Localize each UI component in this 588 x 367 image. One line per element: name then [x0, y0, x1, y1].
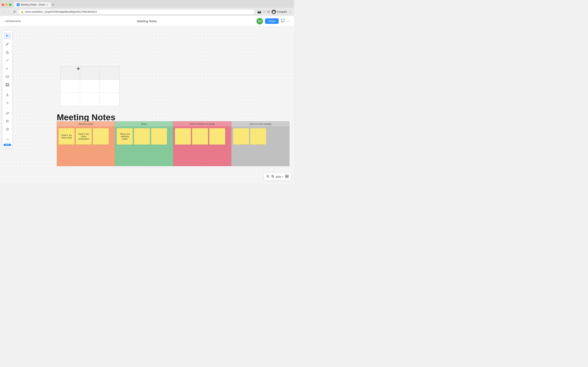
ai-tool-button[interactable]: [4, 99, 11, 107]
achievement-card-3[interactable]: [209, 128, 225, 145]
aims-cards: [232, 127, 289, 166]
svg-rect-18: [287, 175, 288, 176]
table-cell-2-3[interactable]: [100, 92, 119, 106]
frame-tool-button[interactable]: [4, 81, 11, 89]
eraser-tool-button[interactable]: [4, 109, 11, 117]
table-cell-2-2[interactable]: [80, 92, 100, 106]
reload-button[interactable]: ↺: [12, 9, 17, 14]
zoom-percentage: 83%: [276, 175, 281, 178]
left-toolbar: T: [2, 31, 12, 148]
back-to-whiteboards-button[interactable]: ‹ Whiteboards: [4, 19, 21, 23]
svg-point-6: [7, 103, 8, 103]
table-body: [61, 80, 119, 106]
table-cell-1-1[interactable]: [61, 80, 80, 92]
table-cell-2-1[interactable]: [61, 92, 80, 106]
achievement-card-2[interactable]: [192, 128, 208, 145]
browser-actions: 📷 ☆ ⊡ Incognito ⋮: [258, 9, 292, 14]
toolbar-divider-3: [5, 134, 10, 134]
table-row-2: [61, 92, 119, 106]
achievements-section: Did we achieve our goals: [173, 121, 231, 166]
notes-board: Meeting Goals Goal 1: do more work Goal …: [57, 121, 290, 166]
new-badge: NEW: [4, 144, 11, 146]
svg-rect-20: [287, 176, 288, 178]
split-view-icon[interactable]: ⊡: [267, 10, 270, 14]
svg-rect-3: [6, 76, 9, 77]
svg-line-12: [268, 177, 269, 178]
notes-cards: These are meeting notes: [115, 127, 173, 166]
more-tools-button[interactable]: [4, 136, 11, 143]
share-button[interactable]: Share: [265, 18, 279, 24]
text-tool-button[interactable]: T: [4, 65, 11, 72]
note-card-2[interactable]: [134, 128, 150, 145]
svg-rect-4: [6, 83, 9, 86]
minimize-traffic-light[interactable]: [5, 3, 8, 6]
maximize-traffic-light[interactable]: [9, 3, 11, 6]
upload-tool-button[interactable]: [4, 91, 11, 99]
redo-button[interactable]: [4, 125, 11, 133]
table-header-cell-3: [100, 67, 119, 79]
notes-header: Notes: [115, 122, 173, 127]
incognito-button[interactable]: Incognito: [272, 9, 287, 14]
goal-card-3[interactable]: [93, 128, 109, 145]
table-header-row: [61, 67, 119, 80]
comment-button[interactable]: [281, 18, 285, 24]
undo-button[interactable]: [4, 117, 11, 125]
tab-close-button[interactable]: ✕: [46, 3, 48, 6]
table-header-cell-1: [61, 67, 80, 79]
zoom-level-display[interactable]: 83%: [276, 175, 284, 178]
svg-point-8: [7, 139, 8, 140]
table-cell-1-2[interactable]: [80, 80, 100, 92]
note-card-3[interactable]: [151, 128, 167, 145]
browser-chrome: Z Meeting Notes - Zoom ✕ + ‹ › ↺ 🔒 zoom.…: [0, 0, 294, 16]
tab-title: Meeting Notes - Zoom: [21, 3, 45, 6]
app-header: ‹ Whiteboards Meeting Notes DJ Share ···: [0, 16, 294, 26]
back-button[interactable]: ‹: [2, 9, 6, 14]
achievement-card-1[interactable]: [175, 128, 191, 145]
aims-section: Aims for next meeting: [231, 121, 290, 166]
aim-card-1[interactable]: [233, 128, 249, 145]
draw-tool-button[interactable]: [4, 40, 11, 48]
aim-card-2[interactable]: [250, 128, 266, 145]
notes-section: Notes These are meeting notes: [115, 121, 173, 166]
more-options-button[interactable]: ···: [287, 19, 290, 23]
svg-text:T: T: [6, 67, 8, 70]
board-title: Meeting Notes: [57, 113, 115, 122]
lock-icon: 🔒: [21, 11, 24, 13]
line-tool-button[interactable]: [4, 57, 11, 64]
select-tool-button[interactable]: [4, 32, 11, 40]
svg-line-1: [6, 59, 9, 62]
toolbar-divider-2: [5, 108, 10, 108]
shape-tool-button[interactable]: [4, 49, 11, 56]
new-badge-container: NEW: [4, 144, 11, 146]
browser-menu-button[interactable]: ⋮: [288, 10, 292, 14]
zoom-in-button[interactable]: [271, 175, 275, 179]
table-widget[interactable]: [60, 66, 120, 106]
user-avatar[interactable]: DJ: [256, 18, 263, 25]
svg-point-7: [6, 139, 7, 140]
address-bar-row: ‹ › ↺ 🔒 zoom.us/wb/doc/_GzqzfVOSlKu9apId…: [0, 8, 294, 16]
table-cell-1-3[interactable]: [100, 80, 119, 92]
svg-line-16: [273, 177, 274, 178]
note-card-1[interactable]: These are meeting notes: [117, 128, 133, 145]
zoom-out-button[interactable]: [266, 175, 270, 179]
grid-view-button[interactable]: [285, 175, 289, 179]
incognito-label: Incognito: [277, 10, 287, 13]
active-tab[interactable]: Z Meeting Notes - Zoom ✕: [14, 2, 51, 7]
incognito-avatar: [272, 9, 276, 14]
url-text: zoom.us/wb/doc/_GzqzfVOSlKu9apIdkkuMQ/p/…: [25, 10, 97, 13]
meeting-goals-section: Meeting Goals Goal 1: do more work Goal …: [57, 121, 115, 166]
meeting-goals-header: Meeting Goals: [57, 122, 115, 127]
close-traffic-light[interactable]: [2, 3, 4, 6]
goal-card-1[interactable]: Goal 1: do more work: [59, 128, 75, 145]
new-tab-button[interactable]: +: [52, 3, 54, 7]
goal-card-2[interactable]: Goal 2: be more productive: [76, 128, 92, 145]
rectangle-tool-button[interactable]: [4, 73, 11, 80]
camera-off-icon[interactable]: 📷: [258, 10, 261, 14]
svg-rect-5: [7, 84, 8, 86]
forward-button[interactable]: ›: [7, 9, 10, 14]
address-bar[interactable]: 🔒 zoom.us/wb/doc/_GzqzfVOSlKu9apIdkkuMQ/…: [18, 9, 254, 14]
back-label: Whiteboards: [6, 20, 21, 23]
tab-bar: Z Meeting Notes - Zoom ✕ +: [0, 0, 294, 8]
svg-rect-19: [285, 176, 287, 178]
bookmark-icon[interactable]: ☆: [263, 10, 266, 14]
